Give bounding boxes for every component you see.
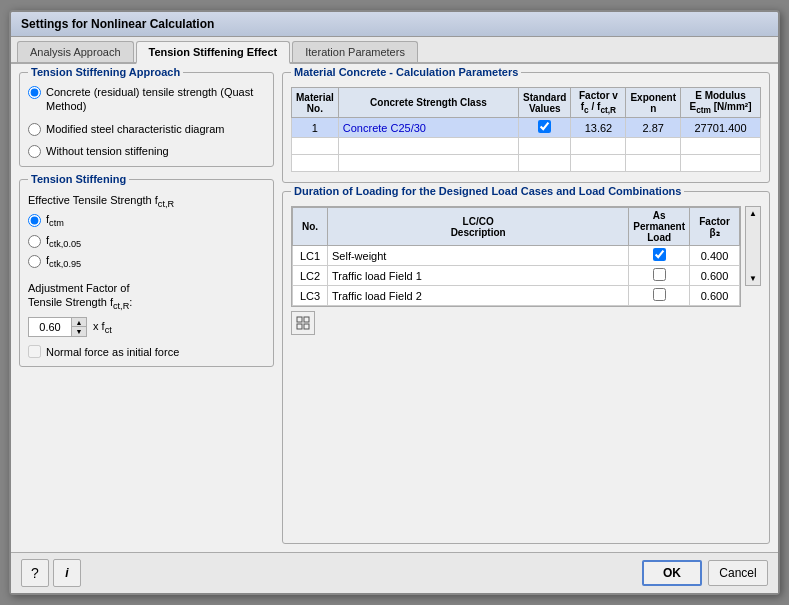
fct-fctk95[interactable]: fctk,0.95 <box>28 254 265 269</box>
approach-option-1[interactable]: Concrete (residual) tensile strength (Qu… <box>28 85 265 114</box>
approach-radio-1[interactable] <box>28 86 41 99</box>
standard-checkbox[interactable] <box>538 120 551 133</box>
cell-mat-no: 1 <box>292 118 339 138</box>
fct-radio-fctk05[interactable] <box>28 235 41 248</box>
cell-lc2-desc: Traffic load Field 1 <box>328 266 629 286</box>
cell-lc2-no: LC2 <box>293 266 328 286</box>
info-icon: i <box>65 566 68 580</box>
fct-label-fctm: fctm <box>46 213 64 228</box>
lc2-permanent-checkbox[interactable] <box>653 268 666 281</box>
fct-label-fctk05: fctk,0.05 <box>46 234 81 249</box>
cell-empty5 <box>626 138 681 155</box>
adj-factor-row: Adjustment Factor ofTensile Strength fct… <box>28 281 265 313</box>
cell-lc1-permanent[interactable] <box>629 246 690 266</box>
lc1-permanent-checkbox[interactable] <box>653 248 666 261</box>
cell-empty8 <box>338 155 518 172</box>
material-header-row: MaterialNo. Concrete Strength Class Stan… <box>292 88 761 118</box>
info-button[interactable]: i <box>53 559 81 587</box>
cell-standard[interactable] <box>519 118 571 138</box>
cell-empty12 <box>681 155 761 172</box>
duration-group: Duration of Loading for the Designed Loa… <box>282 191 770 544</box>
cell-lc1-no: LC1 <box>293 246 328 266</box>
dialog-title: Settings for Nonlinear Calculation <box>11 12 778 37</box>
material-row-empty-1 <box>292 138 761 155</box>
col-standard: StandardValues <box>519 88 571 118</box>
fct-label-fctk95: fctk,0.95 <box>46 254 81 269</box>
tab-tension[interactable]: Tension Stiffening Effect <box>136 41 291 64</box>
cell-lc1-factor: 0.400 <box>690 246 740 266</box>
lc-table-container: No. LC/CODescription AsPermanent Load Fa… <box>291 206 741 307</box>
normal-force-label[interactable]: Normal force as initial force <box>28 345 265 358</box>
lc3-permanent-checkbox[interactable] <box>653 288 666 301</box>
tab-iteration[interactable]: Iteration Parameters <box>292 41 418 62</box>
approach-label-3: Without tension stiffening <box>46 144 169 158</box>
footer: ? i OK Cancel <box>11 552 778 593</box>
svg-rect-2 <box>297 324 302 329</box>
approach-option-3[interactable]: Without tension stiffening <box>28 144 265 158</box>
fct-radio-group: fctm fctk,0.05 fctk,0.95 <box>28 213 265 269</box>
lc-table: No. LC/CODescription AsPermanent Load Fa… <box>292 207 740 306</box>
cell-lc3-desc: Traffic load Field 2 <box>328 286 629 306</box>
spinner-down[interactable]: ▼ <box>72 327 86 336</box>
fct-fctk05[interactable]: fctk,0.05 <box>28 234 265 249</box>
approach-radio-3[interactable] <box>28 145 41 158</box>
lc-row-2[interactable]: LC2 Traffic load Field 1 0.600 <box>293 266 740 286</box>
cancel-button[interactable]: Cancel <box>708 560 768 586</box>
help-icon: ? <box>31 565 39 581</box>
effective-label: Effective Tensile Strength fct,R <box>28 194 265 209</box>
lc-row-3[interactable]: LC3 Traffic load Field 2 0.600 <box>293 286 740 306</box>
approach-group: Tension Stiffening Approach Concrete (re… <box>19 72 274 167</box>
lc-scrollbar[interactable]: ▲ ▼ <box>745 206 761 286</box>
svg-rect-1 <box>304 317 309 322</box>
approach-radio-2[interactable] <box>28 123 41 136</box>
adj-factor-container: Adjustment Factor ofTensile Strength fct… <box>28 281 265 313</box>
normal-force-checkbox[interactable] <box>28 345 41 358</box>
lc-action-button[interactable] <box>291 311 315 335</box>
cell-factor-v: 13.62 <box>571 118 626 138</box>
adj-value-input[interactable] <box>29 319 71 335</box>
lc-header-row: No. LC/CODescription AsPermanent Load Fa… <box>293 208 740 246</box>
x-fct-label: x fct <box>93 320 112 335</box>
cell-empty10 <box>571 155 626 172</box>
scroll-up-arrow: ▲ <box>749 209 757 218</box>
cell-empty6 <box>681 138 761 155</box>
adj-spinner[interactable]: ▲ ▼ <box>28 317 87 337</box>
cell-lc3-permanent[interactable] <box>629 286 690 306</box>
lc-row-1[interactable]: LC1 Self-weight 0.400 <box>293 246 740 266</box>
cell-empty2 <box>338 138 518 155</box>
footer-right: OK Cancel <box>642 560 768 586</box>
tab-analysis[interactable]: Analysis Approach <box>17 41 134 62</box>
cell-empty7 <box>292 155 339 172</box>
cell-lc2-factor: 0.600 <box>690 266 740 286</box>
cell-empty3 <box>519 138 571 155</box>
fct-radio-fctm[interactable] <box>28 214 41 227</box>
col-concrete-class: Concrete Strength Class <box>338 88 518 118</box>
spinner-up[interactable]: ▲ <box>72 318 86 327</box>
material-row-1[interactable]: 1 Concrete C25/30 13.62 2.87 27701.400 <box>292 118 761 138</box>
svg-rect-3 <box>304 324 309 329</box>
cell-lc1-desc: Self-weight <box>328 246 629 266</box>
cell-concrete-class: Concrete C25/30 <box>338 118 518 138</box>
settings-dialog: Settings for Nonlinear Calculation Analy… <box>9 10 780 595</box>
approach-group-title: Tension Stiffening Approach <box>28 66 183 78</box>
cell-lc2-permanent[interactable] <box>629 266 690 286</box>
stiffening-group-title: Tension Stiffening <box>28 173 129 185</box>
spinner-buttons: ▲ ▼ <box>71 318 86 336</box>
cell-empty11 <box>626 155 681 172</box>
fct-radio-fctk95[interactable] <box>28 255 41 268</box>
approach-option-2[interactable]: Modified steel characteristic diagram <box>28 122 265 136</box>
cell-empty4 <box>571 138 626 155</box>
left-panel: Tension Stiffening Approach Concrete (re… <box>19 72 274 544</box>
col-lc-desc: LC/CODescription <box>328 208 629 246</box>
fct-fctm[interactable]: fctm <box>28 213 265 228</box>
ok-button[interactable]: OK <box>642 560 702 586</box>
col-factor-b2: Factorβ₂ <box>690 208 740 246</box>
col-factor-v: Factor vfc / fct,R <box>571 88 626 118</box>
help-button[interactable]: ? <box>21 559 49 587</box>
material-table: MaterialNo. Concrete Strength Class Stan… <box>291 87 761 172</box>
svg-rect-0 <box>297 317 302 322</box>
stiffening-group: Tension Stiffening Effective Tensile Str… <box>19 179 274 367</box>
approach-radio-group: Concrete (residual) tensile strength (Qu… <box>28 85 265 158</box>
table-edit-icon <box>296 316 310 330</box>
footer-left: ? i <box>21 559 81 587</box>
